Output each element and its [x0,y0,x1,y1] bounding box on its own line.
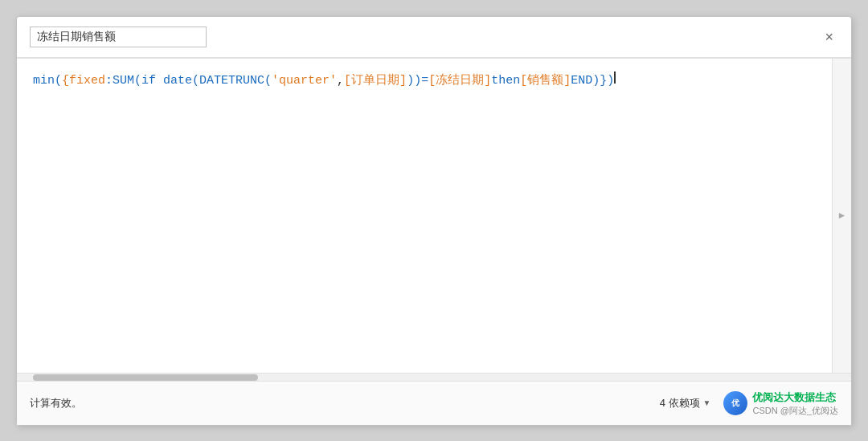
formula-part7: ))= [407,71,428,91]
formula-part10: [销售额] [520,71,571,91]
sidebar-expand-arrow[interactable]: ► [832,59,851,373]
formula-title-input[interactable] [30,27,207,47]
watermark-main-text: 优阅达大数据生态 [752,391,836,403]
text-cursor [614,71,616,84]
formula-part1: min( [33,71,62,91]
dialog-footer: 计算有效。 4 依赖项 ▼ 优 优阅达大数据生态 CSDN @阿达_优阅达 [17,381,851,425]
formula-line: min( {fixed :SUM(if date(DATETRUNC( 'qua… [33,71,816,91]
editor-area[interactable]: min( {fixed :SUM(if date(DATETRUNC( 'qua… [17,59,851,373]
formula-part5: , [337,71,344,91]
dependencies-button[interactable]: 4 依赖项 ▼ [660,396,711,410]
formula-part9: then [491,71,520,91]
watermark-info: 优阅达大数据生态 CSDN @阿达_优阅达 [752,390,838,417]
dialog-header: × [17,17,851,58]
horizontal-scrollbar[interactable] [17,373,851,381]
formula-part11: END)}) [571,71,614,91]
formula-dialog: × min( {fixed :SUM(if date(DATETRUNC( 'q… [16,16,852,426]
close-button[interactable]: × [820,28,838,46]
formula-part3: :SUM(if date(DATETRUNC( [105,71,272,91]
watermark-avatar-text: 优 [731,398,739,409]
formula-part8: [冻结日期] [428,71,491,91]
watermark-sub-text: CSDN @阿达_优阅达 [752,405,838,417]
formula-part6: [订单日期] [344,71,407,91]
scrollbar-thumb[interactable] [33,374,258,381]
chevron-right-icon: ► [837,210,847,221]
status-text: 计算有效。 [30,396,82,410]
chevron-down-icon: ▼ [703,398,711,407]
deps-label: 4 依赖项 [660,396,700,410]
watermark-avatar: 优 [723,391,747,415]
formula-editor[interactable]: min( {fixed :SUM(if date(DATETRUNC( 'qua… [17,59,832,373]
formula-part2: {fixed [62,71,105,91]
watermark: 优 优阅达大数据生态 CSDN @阿达_优阅达 [723,390,838,417]
formula-part4: 'quarter' [272,71,337,91]
